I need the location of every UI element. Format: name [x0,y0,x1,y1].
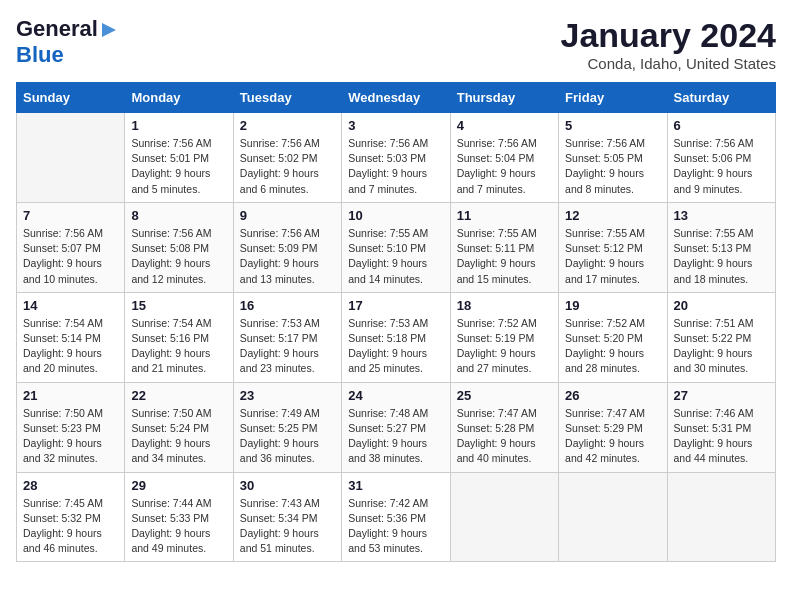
calendar-cell: 15Sunrise: 7:54 AMSunset: 5:16 PMDayligh… [125,292,233,382]
day-number: 12 [565,208,660,223]
day-detail: Sunrise: 7:56 AMSunset: 5:01 PMDaylight:… [131,136,226,197]
calendar-cell: 19Sunrise: 7:52 AMSunset: 5:20 PMDayligh… [559,292,667,382]
svg-marker-0 [102,23,116,37]
logo-arrow-icon [100,21,118,39]
header-monday: Monday [125,83,233,113]
week-row-4: 28Sunrise: 7:45 AMSunset: 5:32 PMDayligh… [17,472,776,562]
header-wednesday: Wednesday [342,83,450,113]
page-header: General Blue January 2024 Conda, Idaho, … [16,16,776,72]
day-number: 26 [565,388,660,403]
day-detail: Sunrise: 7:49 AMSunset: 5:25 PMDaylight:… [240,406,335,467]
day-detail: Sunrise: 7:43 AMSunset: 5:34 PMDaylight:… [240,496,335,557]
day-detail: Sunrise: 7:56 AMSunset: 5:05 PMDaylight:… [565,136,660,197]
calendar-cell: 28Sunrise: 7:45 AMSunset: 5:32 PMDayligh… [17,472,125,562]
day-detail: Sunrise: 7:56 AMSunset: 5:07 PMDaylight:… [23,226,118,287]
day-number: 24 [348,388,443,403]
day-number: 14 [23,298,118,313]
day-number: 20 [674,298,769,313]
day-number: 25 [457,388,552,403]
calendar-cell: 23Sunrise: 7:49 AMSunset: 5:25 PMDayligh… [233,382,341,472]
day-number: 30 [240,478,335,493]
day-detail: Sunrise: 7:56 AMSunset: 5:02 PMDaylight:… [240,136,335,197]
calendar-cell [559,472,667,562]
calendar-cell: 11Sunrise: 7:55 AMSunset: 5:11 PMDayligh… [450,202,558,292]
day-detail: Sunrise: 7:56 AMSunset: 5:09 PMDaylight:… [240,226,335,287]
day-number: 6 [674,118,769,133]
calendar-cell: 26Sunrise: 7:47 AMSunset: 5:29 PMDayligh… [559,382,667,472]
day-detail: Sunrise: 7:42 AMSunset: 5:36 PMDaylight:… [348,496,443,557]
header-friday: Friday [559,83,667,113]
calendar-cell: 30Sunrise: 7:43 AMSunset: 5:34 PMDayligh… [233,472,341,562]
calendar-cell [17,113,125,203]
day-number: 11 [457,208,552,223]
day-detail: Sunrise: 7:44 AMSunset: 5:33 PMDaylight:… [131,496,226,557]
day-detail: Sunrise: 7:54 AMSunset: 5:14 PMDaylight:… [23,316,118,377]
calendar-cell: 1Sunrise: 7:56 AMSunset: 5:01 PMDaylight… [125,113,233,203]
day-detail: Sunrise: 7:55 AMSunset: 5:10 PMDaylight:… [348,226,443,287]
header-sunday: Sunday [17,83,125,113]
day-number: 17 [348,298,443,313]
day-detail: Sunrise: 7:47 AMSunset: 5:28 PMDaylight:… [457,406,552,467]
week-row-0: 1Sunrise: 7:56 AMSunset: 5:01 PMDaylight… [17,113,776,203]
day-number: 7 [23,208,118,223]
day-number: 27 [674,388,769,403]
week-row-2: 14Sunrise: 7:54 AMSunset: 5:14 PMDayligh… [17,292,776,382]
day-detail: Sunrise: 7:56 AMSunset: 5:08 PMDaylight:… [131,226,226,287]
calendar-cell: 25Sunrise: 7:47 AMSunset: 5:28 PMDayligh… [450,382,558,472]
day-number: 1 [131,118,226,133]
header-tuesday: Tuesday [233,83,341,113]
week-row-3: 21Sunrise: 7:50 AMSunset: 5:23 PMDayligh… [17,382,776,472]
calendar-cell: 14Sunrise: 7:54 AMSunset: 5:14 PMDayligh… [17,292,125,382]
month-title: January 2024 [561,16,777,55]
day-number: 16 [240,298,335,313]
header-saturday: Saturday [667,83,775,113]
day-detail: Sunrise: 7:52 AMSunset: 5:20 PMDaylight:… [565,316,660,377]
day-detail: Sunrise: 7:52 AMSunset: 5:19 PMDaylight:… [457,316,552,377]
day-number: 10 [348,208,443,223]
day-number: 9 [240,208,335,223]
calendar-body: 1Sunrise: 7:56 AMSunset: 5:01 PMDaylight… [17,113,776,562]
day-detail: Sunrise: 7:55 AMSunset: 5:13 PMDaylight:… [674,226,769,287]
calendar-cell: 9Sunrise: 7:56 AMSunset: 5:09 PMDaylight… [233,202,341,292]
calendar-cell: 12Sunrise: 7:55 AMSunset: 5:12 PMDayligh… [559,202,667,292]
location: Conda, Idaho, United States [561,55,777,72]
calendar-cell: 18Sunrise: 7:52 AMSunset: 5:19 PMDayligh… [450,292,558,382]
title-area: January 2024 Conda, Idaho, United States [561,16,777,72]
calendar-cell [450,472,558,562]
day-detail: Sunrise: 7:53 AMSunset: 5:17 PMDaylight:… [240,316,335,377]
day-number: 15 [131,298,226,313]
calendar-cell: 7Sunrise: 7:56 AMSunset: 5:07 PMDaylight… [17,202,125,292]
calendar-cell: 2Sunrise: 7:56 AMSunset: 5:02 PMDaylight… [233,113,341,203]
day-number: 23 [240,388,335,403]
day-detail: Sunrise: 7:47 AMSunset: 5:29 PMDaylight:… [565,406,660,467]
week-row-1: 7Sunrise: 7:56 AMSunset: 5:07 PMDaylight… [17,202,776,292]
day-number: 28 [23,478,118,493]
calendar-cell: 17Sunrise: 7:53 AMSunset: 5:18 PMDayligh… [342,292,450,382]
day-detail: Sunrise: 7:53 AMSunset: 5:18 PMDaylight:… [348,316,443,377]
day-number: 5 [565,118,660,133]
day-detail: Sunrise: 7:50 AMSunset: 5:23 PMDaylight:… [23,406,118,467]
calendar-cell: 5Sunrise: 7:56 AMSunset: 5:05 PMDaylight… [559,113,667,203]
day-detail: Sunrise: 7:50 AMSunset: 5:24 PMDaylight:… [131,406,226,467]
calendar-cell: 6Sunrise: 7:56 AMSunset: 5:06 PMDaylight… [667,113,775,203]
day-number: 4 [457,118,552,133]
day-number: 3 [348,118,443,133]
calendar-cell: 4Sunrise: 7:56 AMSunset: 5:04 PMDaylight… [450,113,558,203]
calendar-header: SundayMondayTuesdayWednesdayThursdayFrid… [17,83,776,113]
calendar-cell: 16Sunrise: 7:53 AMSunset: 5:17 PMDayligh… [233,292,341,382]
day-number: 18 [457,298,552,313]
calendar-cell: 3Sunrise: 7:56 AMSunset: 5:03 PMDaylight… [342,113,450,203]
logo: General Blue [16,16,118,68]
day-detail: Sunrise: 7:51 AMSunset: 5:22 PMDaylight:… [674,316,769,377]
day-number: 31 [348,478,443,493]
header-thursday: Thursday [450,83,558,113]
day-detail: Sunrise: 7:48 AMSunset: 5:27 PMDaylight:… [348,406,443,467]
calendar-cell: 10Sunrise: 7:55 AMSunset: 5:10 PMDayligh… [342,202,450,292]
day-number: 19 [565,298,660,313]
calendar-cell: 22Sunrise: 7:50 AMSunset: 5:24 PMDayligh… [125,382,233,472]
calendar-cell: 20Sunrise: 7:51 AMSunset: 5:22 PMDayligh… [667,292,775,382]
calendar-table: SundayMondayTuesdayWednesdayThursdayFrid… [16,82,776,562]
calendar-cell: 21Sunrise: 7:50 AMSunset: 5:23 PMDayligh… [17,382,125,472]
calendar-cell: 31Sunrise: 7:42 AMSunset: 5:36 PMDayligh… [342,472,450,562]
calendar-cell: 13Sunrise: 7:55 AMSunset: 5:13 PMDayligh… [667,202,775,292]
